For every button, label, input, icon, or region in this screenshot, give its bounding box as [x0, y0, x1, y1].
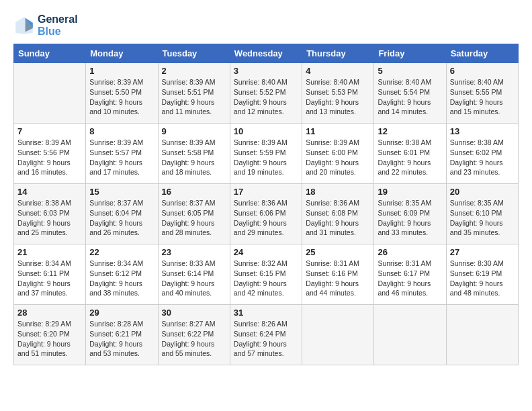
calendar-cell: 11Sunrise: 8:39 AMSunset: 6:00 PMDayligh…: [302, 124, 374, 184]
day-info: Sunrise: 8:30 AMSunset: 6:19 PMDaylight:…: [450, 259, 515, 298]
day-number: 12: [378, 126, 442, 136]
day-info: Sunrise: 8:28 AMSunset: 6:21 PMDaylight:…: [89, 319, 154, 359]
calendar-cell: 12Sunrise: 8:38 AMSunset: 6:01 PMDayligh…: [374, 124, 446, 184]
day-number: 2: [162, 66, 226, 76]
day-info: Sunrise: 8:27 AMSunset: 6:22 PMDaylight:…: [162, 319, 226, 359]
day-info: Sunrise: 8:34 AMSunset: 6:11 PMDaylight:…: [17, 259, 82, 298]
day-number: 27: [450, 247, 515, 257]
day-info: Sunrise: 8:39 AMSunset: 6:00 PMDaylight:…: [306, 138, 370, 177]
logo-line2: Blue: [38, 26, 78, 38]
day-info: Sunrise: 8:38 AMSunset: 6:02 PMDaylight:…: [450, 138, 515, 177]
day-number: 29: [89, 308, 154, 318]
day-info: Sunrise: 8:35 AMSunset: 6:09 PMDaylight:…: [378, 198, 442, 238]
day-number: 14: [17, 187, 82, 197]
day-number: 7: [17, 126, 82, 136]
calendar-cell: 20Sunrise: 8:35 AMSunset: 6:10 PMDayligh…: [446, 184, 518, 244]
header-tuesday: Tuesday: [158, 44, 230, 63]
day-number: 8: [89, 126, 154, 136]
calendar-cell: [374, 305, 446, 365]
calendar-cell: 22Sunrise: 8:34 AMSunset: 6:12 PMDayligh…: [86, 244, 158, 305]
day-number: 31: [234, 308, 298, 318]
day-number: 1: [89, 66, 154, 76]
day-number: 13: [450, 126, 515, 136]
day-info: Sunrise: 8:31 AMSunset: 6:16 PMDaylight:…: [306, 259, 370, 298]
calendar-cell: 9Sunrise: 8:39 AMSunset: 5:58 PMDaylight…: [158, 124, 230, 184]
calendar-cell: 28Sunrise: 8:29 AMSunset: 6:20 PMDayligh…: [14, 305, 86, 365]
calendar-cell: 6Sunrise: 8:40 AMSunset: 5:55 PMDaylight…: [446, 63, 518, 124]
calendar-cell: 8Sunrise: 8:39 AMSunset: 5:57 PMDaylight…: [86, 124, 158, 184]
day-info: Sunrise: 8:32 AMSunset: 6:15 PMDaylight:…: [234, 259, 298, 298]
day-info: Sunrise: 8:38 AMSunset: 6:03 PMDaylight:…: [17, 198, 82, 238]
day-info: Sunrise: 8:40 AMSunset: 5:55 PMDaylight:…: [450, 77, 515, 117]
calendar-cell: 3Sunrise: 8:40 AMSunset: 5:52 PMDaylight…: [230, 63, 302, 124]
calendar-table: SundayMondayTuesdayWednesdayThursdayFrid…: [13, 44, 519, 365]
calendar-cell: [14, 63, 86, 124]
day-info: Sunrise: 8:37 AMSunset: 6:04 PMDaylight:…: [89, 198, 154, 238]
day-number: 6: [450, 66, 515, 76]
day-info: Sunrise: 8:39 AMSunset: 5:59 PMDaylight:…: [234, 138, 298, 177]
calendar-cell: 4Sunrise: 8:40 AMSunset: 5:53 PMDaylight…: [302, 63, 374, 124]
day-info: Sunrise: 8:39 AMSunset: 5:58 PMDaylight:…: [162, 138, 226, 177]
header-friday: Friday: [374, 44, 446, 63]
day-info: Sunrise: 8:39 AMSunset: 5:50 PMDaylight:…: [89, 77, 154, 117]
calendar-cell: 30Sunrise: 8:27 AMSunset: 6:22 PMDayligh…: [158, 305, 230, 365]
calendar-cell: 26Sunrise: 8:31 AMSunset: 6:17 PMDayligh…: [374, 244, 446, 305]
day-info: Sunrise: 8:34 AMSunset: 6:12 PMDaylight:…: [89, 259, 154, 298]
calendar-cell: 10Sunrise: 8:39 AMSunset: 5:59 PMDayligh…: [230, 124, 302, 184]
day-info: Sunrise: 8:39 AMSunset: 5:51 PMDaylight:…: [162, 77, 226, 117]
day-number: 16: [162, 187, 226, 197]
calendar-header-row: SundayMondayTuesdayWednesdayThursdayFrid…: [14, 44, 519, 63]
day-number: 17: [234, 187, 298, 197]
day-info: Sunrise: 8:36 AMSunset: 6:06 PMDaylight:…: [234, 198, 298, 238]
day-info: Sunrise: 8:40 AMSunset: 5:53 PMDaylight:…: [306, 77, 370, 117]
week-row-5: 28Sunrise: 8:29 AMSunset: 6:20 PMDayligh…: [14, 305, 519, 365]
header-thursday: Thursday: [302, 44, 374, 63]
calendar-cell: 31Sunrise: 8:26 AMSunset: 6:24 PMDayligh…: [230, 305, 302, 365]
day-info: Sunrise: 8:36 AMSunset: 6:08 PMDaylight:…: [306, 198, 370, 238]
calendar-cell: 23Sunrise: 8:33 AMSunset: 6:14 PMDayligh…: [158, 244, 230, 305]
calendar-cell: 16Sunrise: 8:37 AMSunset: 6:05 PMDayligh…: [158, 184, 230, 244]
day-info: Sunrise: 8:39 AMSunset: 5:57 PMDaylight:…: [89, 138, 154, 177]
day-number: 9: [162, 126, 226, 136]
calendar-cell: 25Sunrise: 8:31 AMSunset: 6:16 PMDayligh…: [302, 244, 374, 305]
calendar-cell: [302, 305, 374, 365]
calendar-cell: 19Sunrise: 8:35 AMSunset: 6:09 PMDayligh…: [374, 184, 446, 244]
day-number: 11: [306, 126, 370, 136]
logo-line1: General: [38, 13, 78, 26]
day-number: 10: [234, 126, 298, 136]
day-info: Sunrise: 8:35 AMSunset: 6:10 PMDaylight:…: [450, 198, 515, 238]
calendar-cell: 17Sunrise: 8:36 AMSunset: 6:06 PMDayligh…: [230, 184, 302, 244]
calendar-cell: 21Sunrise: 8:34 AMSunset: 6:11 PMDayligh…: [14, 244, 86, 305]
logo-icon: [13, 15, 35, 36]
day-number: 22: [89, 247, 154, 257]
day-info: Sunrise: 8:37 AMSunset: 6:05 PMDaylight:…: [162, 198, 226, 238]
week-row-1: 1Sunrise: 8:39 AMSunset: 5:50 PMDaylight…: [14, 63, 519, 124]
header-saturday: Saturday: [446, 44, 518, 63]
day-number: 5: [378, 66, 442, 76]
week-row-2: 7Sunrise: 8:39 AMSunset: 5:56 PMDaylight…: [14, 124, 519, 184]
day-info: Sunrise: 8:40 AMSunset: 5:54 PMDaylight:…: [378, 77, 442, 117]
calendar-cell: 29Sunrise: 8:28 AMSunset: 6:21 PMDayligh…: [86, 305, 158, 365]
day-number: 3: [234, 66, 298, 76]
calendar-cell: 2Sunrise: 8:39 AMSunset: 5:51 PMDaylight…: [158, 63, 230, 124]
day-number: 24: [234, 247, 298, 257]
header-monday: Monday: [86, 44, 158, 63]
day-number: 20: [450, 187, 515, 197]
day-info: Sunrise: 8:40 AMSunset: 5:52 PMDaylight:…: [234, 77, 298, 117]
day-number: 15: [89, 187, 154, 197]
calendar-cell: [446, 305, 518, 365]
header-sunday: Sunday: [14, 44, 86, 63]
day-number: 23: [162, 247, 226, 257]
calendar-cell: 27Sunrise: 8:30 AMSunset: 6:19 PMDayligh…: [446, 244, 518, 305]
calendar-cell: 5Sunrise: 8:40 AMSunset: 5:54 PMDaylight…: [374, 63, 446, 124]
week-row-4: 21Sunrise: 8:34 AMSunset: 6:11 PMDayligh…: [14, 244, 519, 305]
day-number: 28: [17, 308, 82, 318]
day-number: 4: [306, 66, 370, 76]
day-info: Sunrise: 8:33 AMSunset: 6:14 PMDaylight:…: [162, 259, 226, 298]
calendar-cell: 24Sunrise: 8:32 AMSunset: 6:15 PMDayligh…: [230, 244, 302, 305]
day-number: 18: [306, 187, 370, 197]
day-info: Sunrise: 8:29 AMSunset: 6:20 PMDaylight:…: [17, 319, 82, 359]
day-number: 30: [162, 308, 226, 318]
day-number: 26: [378, 247, 442, 257]
page-header: General Blue: [13, 13, 519, 37]
